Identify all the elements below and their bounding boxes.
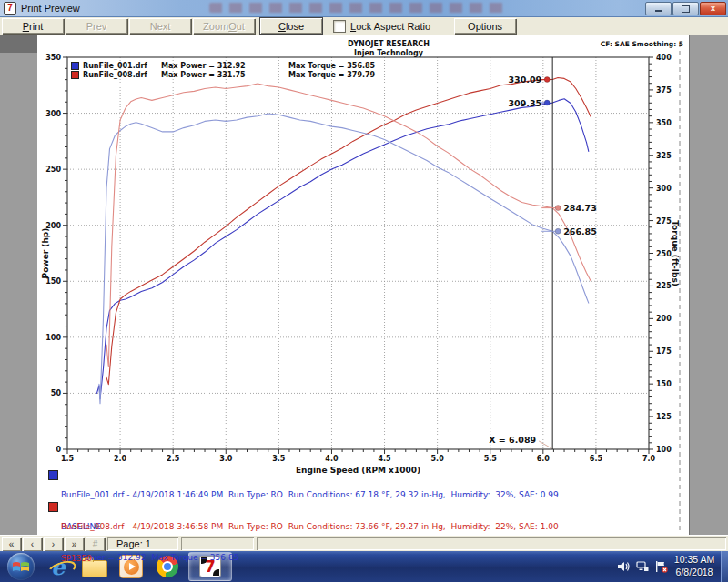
preview-corner-block bbox=[0, 35, 37, 53]
legend-row-baseline: RunFile_001.drfMax Power = 312.92Max Tor… bbox=[71, 61, 375, 70]
svg-text:5.0: 5.0 bbox=[431, 455, 445, 463]
svg-text:X = 6.089: X = 6.089 bbox=[489, 435, 536, 445]
app-window-icon: 7 bbox=[4, 2, 16, 15]
minimize-icon bbox=[655, 10, 662, 12]
svg-text:250: 250 bbox=[46, 166, 61, 174]
svg-text:100: 100 bbox=[656, 446, 672, 454]
run2-name-line: SP1350 bbox=[61, 554, 559, 565]
svg-text:4.5: 4.5 bbox=[378, 455, 391, 463]
svg-text:225: 225 bbox=[656, 282, 672, 290]
svg-text:350: 350 bbox=[656, 119, 672, 127]
window-title: Print Preview bbox=[21, 3, 80, 14]
run1-file-line: RunFile_001.drf - 4/19/2018 1:46:49 PM R… bbox=[61, 490, 559, 501]
svg-text:350: 350 bbox=[46, 54, 61, 62]
cursor-marker-309.35 bbox=[544, 100, 550, 105]
cursor-marker-330.09 bbox=[544, 77, 550, 83]
svg-text:4.0: 4.0 bbox=[325, 455, 339, 463]
windows-flag-icon bbox=[12, 558, 30, 575]
curve-runfile-001-power-hp- bbox=[97, 99, 589, 399]
svg-text:6.0: 6.0 bbox=[537, 455, 551, 463]
restore-icon bbox=[682, 5, 690, 13]
action-center-flag-icon[interactable] bbox=[655, 561, 668, 573]
run-swatch-blue bbox=[48, 470, 58, 480]
legend-swatch-red bbox=[71, 71, 79, 79]
taskbar-clock[interactable]: 10:35 AM 6/8/2018 bbox=[670, 553, 719, 578]
svg-text:300: 300 bbox=[46, 110, 61, 118]
chart-subtitle: Injen Technology bbox=[92, 49, 685, 57]
print-preview-toolbar: Print Prev Next Zoom Out Close Lock Aspe… bbox=[0, 17, 728, 35]
run2-file-line: RunFile_008.drf - 4/19/2018 3:46:58 PM R… bbox=[61, 522, 559, 533]
svg-text:175: 175 bbox=[656, 347, 672, 356]
titlebar: 7 Print Preview x bbox=[0, 0, 728, 17]
close-icon: x bbox=[711, 5, 715, 13]
dyno-chart: 1.52.02.53.03.54.04.55.05.56.06.57.00501… bbox=[37, 35, 689, 535]
svg-text:3.5: 3.5 bbox=[272, 455, 286, 463]
svg-text:330.09: 330.09 bbox=[508, 75, 541, 85]
curve-runfile-008-power-hp- bbox=[106, 78, 591, 385]
minimize-button[interactable] bbox=[645, 2, 672, 15]
smoothing-label: CF: SAE Smoothing: 5 bbox=[601, 40, 683, 48]
start-button[interactable] bbox=[7, 553, 35, 580]
svg-text:7.0: 7.0 bbox=[642, 455, 656, 463]
lock-aspect-ratio-label: Lock Aspect Ratio bbox=[350, 21, 430, 32]
chart-title: DYNOJET RESEARCH bbox=[92, 40, 685, 48]
restore-button[interactable] bbox=[672, 2, 699, 15]
titlebar-ghost-text bbox=[209, 3, 510, 13]
svg-text:2.5: 2.5 bbox=[167, 455, 180, 463]
svg-text:3.0: 3.0 bbox=[219, 455, 233, 463]
svg-text:125: 125 bbox=[656, 413, 672, 421]
svg-text:5.5: 5.5 bbox=[484, 455, 498, 463]
system-tray bbox=[618, 551, 668, 582]
svg-text:266.85: 266.85 bbox=[563, 226, 597, 236]
first-page-button[interactable]: « bbox=[2, 537, 21, 551]
legend-row-sp1350: RunFile_008.drfMax Power = 331.75Max Tor… bbox=[71, 70, 375, 79]
screen: 7 Print Preview x Print Prev Next Zoom O… bbox=[0, 0, 728, 582]
print-button[interactable]: Print bbox=[2, 18, 64, 34]
curve-runfile-001-torque-ft-lbs- bbox=[99, 114, 589, 404]
svg-text:50: 50 bbox=[51, 389, 62, 397]
svg-text:1.5: 1.5 bbox=[61, 455, 75, 463]
report-page: 1.52.02.53.03.54.04.55.05.56.06.57.00501… bbox=[37, 35, 690, 535]
run-swatch-red bbox=[48, 502, 58, 512]
svg-text:6.5: 6.5 bbox=[590, 455, 603, 463]
preview-area: 1.52.02.53.03.54.04.55.05.56.06.57.00501… bbox=[0, 35, 728, 535]
close-button[interactable]: Close bbox=[260, 18, 322, 34]
svg-text:300: 300 bbox=[656, 185, 672, 193]
clock-date: 6/8/2018 bbox=[670, 566, 719, 578]
svg-text:0: 0 bbox=[56, 446, 61, 454]
svg-text:325: 325 bbox=[656, 152, 672, 160]
cursor-marker-266.85 bbox=[555, 228, 561, 234]
legend-swatch-blue bbox=[71, 62, 79, 70]
options-button[interactable]: Options bbox=[454, 18, 516, 34]
lock-aspect-ratio-checkbox[interactable] bbox=[333, 20, 346, 33]
prev-page-button[interactable]: ‹ bbox=[23, 537, 42, 551]
zoom-out-button[interactable]: Zoom Out bbox=[193, 18, 255, 34]
svg-text:100: 100 bbox=[46, 334, 61, 342]
svg-text:200: 200 bbox=[656, 315, 672, 323]
clock-time: 10:35 AM bbox=[670, 553, 719, 566]
volume-icon[interactable] bbox=[618, 561, 630, 572]
network-icon[interactable] bbox=[636, 561, 649, 572]
svg-text:309.35: 309.35 bbox=[508, 98, 541, 108]
close-window-button[interactable]: x bbox=[700, 2, 726, 15]
cursor-marker-284.73 bbox=[555, 206, 561, 211]
svg-text:Torque (ft-lbs): Torque (ft-lbs) bbox=[671, 220, 680, 286]
run-info-sp1350: RunFile_008.drf - 4/19/2018 3:46:58 PM R… bbox=[48, 501, 559, 582]
svg-text:2.0: 2.0 bbox=[114, 455, 127, 463]
next-button[interactable]: Next bbox=[129, 18, 191, 34]
svg-text:284.73: 284.73 bbox=[563, 203, 597, 213]
show-desktop-button[interactable] bbox=[721, 551, 728, 582]
svg-text:250: 250 bbox=[656, 250, 672, 258]
chart-legend: RunFile_001.drfMax Power = 312.92Max Tor… bbox=[71, 61, 375, 79]
svg-text:275: 275 bbox=[656, 217, 672, 226]
svg-text:150: 150 bbox=[656, 380, 672, 388]
svg-text:375: 375 bbox=[656, 86, 672, 95]
prev-button[interactable]: Prev bbox=[66, 18, 127, 34]
svg-text:Power (hp): Power (hp) bbox=[41, 228, 50, 279]
